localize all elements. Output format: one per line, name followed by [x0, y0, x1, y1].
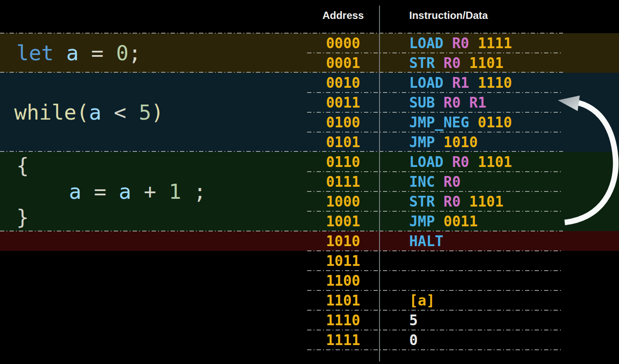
data-token: 0 — [409, 332, 418, 349]
memory-row: 0110 LOADR01101 — [307, 152, 619, 172]
operand-token: 1111 — [478, 35, 512, 52]
register-token: R0 — [444, 173, 461, 190]
instruction-cell: LOADR01101 — [379, 154, 619, 170]
instruction-cell: 0 — [379, 332, 619, 349]
instruction-cell: STRR01101 — [379, 55, 619, 71]
opcode-token: JMP — [409, 134, 435, 151]
address-cell: 1111 — [307, 332, 379, 349]
memory-row: 1001 JMP0011 — [307, 211, 619, 231]
data-token: 5 — [409, 312, 418, 329]
memory-row: 0001 STRR01101 — [307, 53, 619, 73]
semicolon-token: ; — [128, 41, 141, 65]
instruction-cell: JMP_NEG0110 — [379, 114, 619, 131]
close-brace: } — [16, 204, 206, 230]
address-cell: 0100 — [307, 114, 379, 131]
instruction-cell: INCR0 — [379, 173, 619, 190]
opcode-token: INC — [409, 173, 435, 190]
operand-token: 1010 — [444, 134, 478, 151]
opcode-token: STR — [409, 55, 435, 71]
code-block-loop-body: { a=a+1; } — [16, 152, 206, 231]
data-token: [a] — [409, 292, 435, 309]
address-cell: 1101 — [307, 292, 379, 309]
opcode-token: JMP_NEG — [409, 114, 469, 131]
memory-table: 0000 LOADR01111 0001 STRR01101 0010 LOAD… — [307, 33, 619, 350]
register-token: R0 — [444, 193, 461, 210]
memory-row: 1011 — [307, 251, 619, 271]
instruction-cell: HALT — [379, 233, 619, 250]
address-cell: 0110 — [307, 154, 379, 170]
operand-token: 0110 — [478, 114, 512, 131]
variable-token: a — [89, 100, 101, 124]
memory-row: 0011 SUBR0R1 — [307, 93, 619, 112]
paren-token: ) — [151, 100, 164, 124]
address-cell: 1010 — [307, 233, 379, 250]
instruction-cell: STRR01101 — [379, 193, 619, 210]
operand-token: 1110 — [478, 74, 512, 91]
open-brace: { — [16, 153, 206, 179]
opcode-token: LOAD — [409, 74, 443, 91]
variable-token: a — [66, 41, 79, 65]
memory-row: 0000 LOADR01111 — [307, 33, 619, 53]
number-token: 1 — [169, 179, 181, 204]
variable-token: a — [69, 179, 81, 204]
opcode-token: STR — [409, 193, 435, 210]
instruction-cell: 5 — [379, 312, 619, 329]
address-cell: 0011 — [307, 94, 379, 111]
address-cell: 1110 — [307, 312, 379, 329]
operand-token: 1101 — [478, 154, 512, 170]
instruction-cell: JMP1010 — [379, 134, 619, 151]
memory-row: 1010 HALT — [307, 231, 619, 251]
operator-token: = — [94, 179, 106, 204]
address-cell: 0010 — [307, 74, 379, 91]
table-header: Address Instruction/Data — [307, 6, 619, 25]
memory-row: 1111 0 — [307, 330, 619, 350]
address-cell: 1011 — [307, 253, 379, 269]
address-cell: 1000 — [307, 193, 379, 210]
number-token: 5 — [139, 100, 151, 124]
opcode-token: LOAD — [409, 35, 443, 52]
code-line-while: while(a<5) — [14, 73, 164, 152]
memory-row: 0010 LOADR11110 — [307, 73, 619, 93]
memory-row: 1100 — [307, 271, 619, 290]
instruction-cell: JMP0011 — [379, 213, 619, 230]
instruction-column-header: Instruction/Data — [379, 9, 488, 22]
memory-row: 0100 JMP_NEG0110 — [307, 112, 619, 132]
opcode-token: HALT — [409, 233, 443, 250]
operator-token: = — [91, 41, 104, 65]
memory-row: 1101 [a] — [307, 290, 619, 310]
address-cell: 0001 — [307, 55, 379, 71]
memory-row: 0111 INCR0 — [307, 172, 619, 191]
address-cell: 0111 — [307, 173, 379, 190]
instruction-cell: SUBR0R1 — [379, 94, 619, 111]
semicolon-token: ; — [194, 179, 206, 204]
code-line-increment: a=a+1; — [16, 179, 206, 204]
memory-row: 1110 5 — [307, 310, 619, 330]
memory-row: 1000 STRR01101 — [307, 191, 619, 211]
operator-token: < — [114, 100, 126, 124]
keyword-token: while( — [14, 100, 89, 124]
instruction-cell: LOADR11110 — [379, 74, 619, 91]
instruction-cell: LOADR01111 — [379, 35, 619, 52]
address-cell: 0000 — [307, 35, 379, 52]
operand-token: 1101 — [469, 55, 503, 71]
operand-token: 0011 — [444, 213, 478, 230]
register-token: R0 — [444, 94, 461, 111]
operand-token: 1101 — [469, 193, 503, 210]
opcode-token: LOAD — [409, 154, 443, 170]
register-token: R0 — [452, 35, 469, 52]
address-cell: 1001 — [307, 213, 379, 230]
register-token: R0 — [444, 55, 461, 71]
memory-row: 0101 JMP1010 — [307, 132, 619, 152]
register-token: R1 — [469, 94, 486, 111]
opcode-token: JMP — [409, 213, 435, 230]
address-column-header: Address — [307, 9, 379, 22]
keyword-token: let — [16, 41, 54, 65]
register-token: R0 — [452, 154, 469, 170]
opcode-token: SUB — [409, 94, 435, 111]
memory-mapping-diagram: Address Instruction/Data 0000 LOADR01111… — [0, 0, 619, 364]
code-line-let: leta=0; — [16, 33, 141, 73]
instruction-cell: [a] — [379, 292, 619, 309]
operator-token: + — [144, 179, 156, 204]
register-token: R1 — [452, 74, 469, 91]
address-cell: 1100 — [307, 272, 379, 289]
